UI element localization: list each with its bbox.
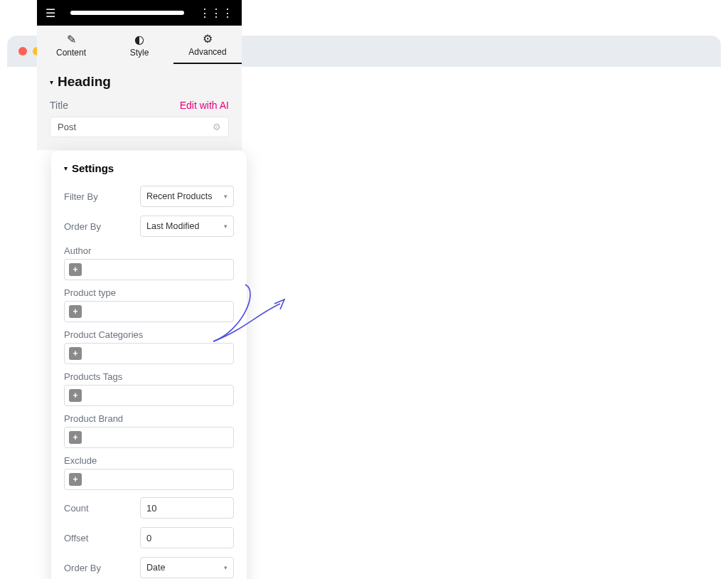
editor-tabs: ✎ Content ◐ Style ⚙ Advanced [37,26,242,64]
contrast-icon: ◐ [134,33,144,46]
heading-section-label: Heading [58,74,111,90]
settings-section-label: Settings [72,162,114,174]
editor-topbar: ☰ ⋮⋮⋮ [37,0,242,26]
filter-by-select[interactable]: Recent Products ▾ [140,186,234,207]
product-brand-label: Product Brand [64,413,234,424]
product-type-input[interactable]: + [64,301,234,322]
title-input[interactable]: Post ⚙ [50,117,229,137]
tab-label: Style [130,48,149,58]
tab-advanced[interactable]: ⚙ Advanced [173,26,242,64]
author-label: Author [64,245,234,256]
tab-label: Advanced [188,47,226,57]
heading-panel: ▾ Heading Title Edit with AI Post ⚙ [37,64,242,150]
exclude-label: Exclude [64,455,234,466]
order-by-select[interactable]: Last Modified ▾ [140,216,234,237]
add-products-tags-button[interactable]: + [69,389,82,402]
tab-style[interactable]: ◐ Style [105,26,173,64]
heading-section-toggle[interactable]: ▾ Heading [50,74,229,90]
pencil-icon: ✎ [67,33,76,46]
product-categories-input[interactable]: + [64,343,234,364]
settings-section-toggle[interactable]: ▾ Settings [64,162,234,174]
filter-by-value: Recent Products [146,191,212,201]
title-value: Post [58,122,76,132]
count-label: Count [64,503,89,514]
grid-icon[interactable]: ⋮⋮⋮ [199,6,233,20]
order-by-2-select[interactable]: Date ▾ [140,557,234,578]
product-type-label: Product type [64,287,234,298]
chevron-down-icon: ▾ [224,193,228,200]
product-categories-label: Product Categories [64,329,234,340]
offset-value: 0 [146,533,151,543]
chevron-down-icon: ▾ [224,564,228,571]
add-author-button[interactable]: + [69,263,82,276]
offset-input[interactable]: 0 [140,527,234,548]
add-product-type-button[interactable]: + [69,305,82,318]
order-by-value: Last Modified [146,221,199,231]
chevron-down-icon: ▾ [224,223,228,230]
add-exclude-button[interactable]: + [69,473,82,486]
order-by-label: Order By [64,221,101,232]
hamburger-icon[interactable]: ☰ [46,6,55,20]
caret-down-icon: ▾ [50,78,53,86]
dynamic-tags-icon[interactable]: ⚙ [213,122,221,132]
title-label: Title [50,100,68,111]
add-product-brand-button[interactable]: + [69,431,82,444]
count-input[interactable]: 10 [140,497,234,519]
product-brand-input[interactable]: + [64,427,234,448]
add-product-categories-button[interactable]: + [69,347,82,360]
traffic-light-close[interactable] [18,47,27,55]
filter-by-label: Filter By [64,191,98,202]
offset-label: Offset [64,533,88,543]
settings-panel: ▾ Settings Filter By Recent Products ▾ O… [51,151,247,579]
products-tags-input[interactable]: + [64,385,234,406]
gear-icon: ⚙ [203,32,213,46]
tab-content[interactable]: ✎ Content [37,26,105,64]
order-by-2-value: Date [146,563,165,573]
products-tags-label: Products Tags [64,371,234,382]
topbar-pill [70,11,184,15]
caret-down-icon: ▾ [64,164,68,172]
count-value: 10 [146,503,156,514]
order-by-2-label: Order By [64,563,101,573]
tab-label: Content [56,48,86,58]
edit-with-ai-link[interactable]: Edit with AI [180,100,229,111]
author-input[interactable]: + [64,259,234,280]
exclude-input[interactable]: + [64,469,234,490]
